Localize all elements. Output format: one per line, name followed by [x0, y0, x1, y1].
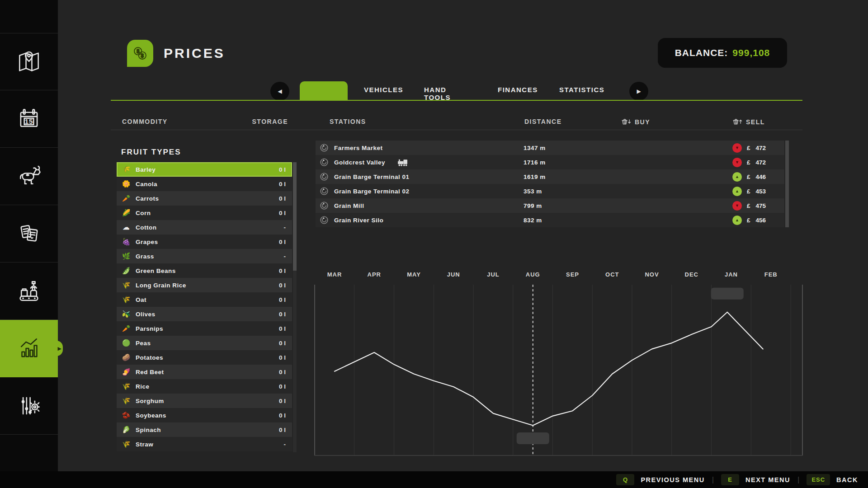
month-label-jun: JUN — [447, 271, 460, 278]
fruit-name: Grass — [136, 253, 284, 260]
fruit-storage-value: 0 l — [279, 383, 286, 390]
shortcut-label: NEXT MENU — [745, 476, 790, 483]
station-sell-price: £ 456 — [747, 217, 766, 224]
fruit-type-row[interactable]: 🟢 Peas 0 l — [117, 336, 292, 350]
fruit-type-row[interactable]: 🥕 Carrots 0 l — [117, 191, 292, 206]
fruit-storage-value: 0 l — [279, 427, 286, 433]
fruit-type-row[interactable]: 🌾 Sorghum 0 l — [117, 394, 292, 408]
key-badge: ESC — [807, 474, 830, 485]
tab-vehicles[interactable]: VEHICLES — [364, 86, 403, 94]
month-label-jan: JAN — [725, 271, 738, 278]
month-label-dec: DEC — [685, 271, 698, 278]
arrow-left-icon: ◀ — [278, 88, 282, 94]
fruit-type-row[interactable]: 🍠 Red Beet 0 l — [117, 365, 292, 379]
currency-symbol: £ — [747, 217, 750, 224]
currency-symbol: £ — [747, 202, 750, 209]
station-sell-price: £ 475 — [747, 202, 766, 209]
station-row[interactable]: Grain Mill 799 m ▼ £ 475 — [316, 198, 784, 213]
tab-hand-tools[interactable]: HAND TOOLS — [424, 86, 451, 101]
station-name: Grain Mill — [334, 202, 364, 209]
shortcut-previous-menu[interactable]: Q PREVIOUS MENU — [616, 474, 704, 485]
fruit-storage-value: 0 l — [279, 354, 286, 361]
station-sell-price: £ 472 — [747, 159, 766, 166]
shortcut-back[interactable]: ESC BACK — [807, 474, 858, 485]
currency-symbol: £ — [747, 145, 750, 151]
fruit-type-row[interactable]: 🌾 Straw - — [117, 437, 292, 451]
fruit-type-row[interactable]: 🍇 Grapes 0 l — [117, 235, 292, 249]
fruit-storage-value: - — [284, 441, 286, 448]
month-label-apr: APR — [368, 271, 381, 278]
fruit-storage-value: 0 l — [279, 267, 286, 274]
active-notch-icon: ▶ — [58, 346, 61, 352]
tab-statistics[interactable]: STATISTICS — [559, 86, 604, 94]
fruit-type-row[interactable]: ☁ Cotton - — [117, 220, 292, 235]
fruit-type-row[interactable]: 🌿 Grass - — [117, 249, 292, 263]
fruit-icon: 🍇 — [120, 238, 132, 246]
fruit-list-scrollbar[interactable] — [293, 162, 297, 452]
fruit-type-row[interactable]: 🫘 Soybeans 0 l — [117, 408, 292, 422]
fruit-type-row[interactable]: 🌾 Oat 0 l — [117, 292, 292, 307]
fruit-icon: 🌼 — [120, 180, 132, 188]
fruit-name: Straw — [136, 441, 284, 448]
station-row[interactable]: Farmers Market 1347 m ▼ £ 472 — [316, 141, 784, 155]
fruit-storage-value: 0 l — [279, 398, 286, 404]
sidebar-item-animals[interactable]: ▶ — [0, 148, 58, 205]
fruit-type-row[interactable]: 🌾 Barley 0 l — [117, 162, 292, 177]
price-chart-svg: MARAPRMAYJUNJULAUGSEPOCTNOVDECJANFEB — [314, 269, 807, 459]
month-label-aug: AUG — [526, 271, 540, 278]
buy-label: BUY — [635, 118, 650, 126]
sidebar-item-calendar[interactable]: 15 ▶ — [0, 90, 58, 148]
sidebar-item-settings[interactable]: ▶ — [0, 377, 58, 435]
fruit-name: Rice — [136, 383, 279, 390]
fruit-type-row[interactable]: 🌾 Long Grain Rice 0 l — [117, 278, 292, 292]
balance-box: BALANCE: 999,108 — [658, 38, 787, 68]
station-row[interactable]: Grain Barge Terminal 01 1619 m ▲ £ 446 — [316, 169, 784, 184]
settings-icon — [15, 392, 43, 420]
sell-price-value: 472 — [756, 159, 766, 166]
sidebar-item-contracts[interactable]: ▶ — [0, 205, 58, 263]
fruit-icon: 🫒 — [120, 310, 132, 318]
fruit-type-row[interactable]: 🥔 Potatoes 0 l — [117, 350, 292, 365]
stations-scrollbar[interactable] — [785, 141, 789, 227]
fruit-type-row[interactable]: 🥬 Spinach 0 l — [117, 422, 292, 437]
fruit-type-row[interactable]: 🫒 Olives 0 l — [117, 307, 292, 321]
tabs-next-button[interactable]: ▶ — [629, 82, 648, 101]
fruit-icon: 🥬 — [120, 426, 132, 434]
fruit-list-scroll-thumb[interactable] — [293, 162, 297, 271]
fruit-type-row[interactable]: 🌽 Corn 0 l — [117, 206, 292, 220]
station-row[interactable]: Grain River Silo 832 m ▲ £ 456 — [316, 213, 784, 227]
trend-down-icon: ▼ — [732, 201, 742, 211]
fruit-name: Canola — [136, 181, 279, 188]
station-name: Goldcrest Valley — [334, 159, 385, 166]
fruit-storage-value: 0 l — [279, 181, 286, 188]
fruit-icon: 🥔 — [120, 353, 132, 361]
fruit-icon: 🌿 — [120, 252, 132, 260]
column-header-stations: STATIONS — [330, 118, 366, 125]
fruit-name: Long Grain Rice — [136, 282, 279, 289]
sidebar: ▶ 15 ▶ ▶ ▶ ▶ ▶ ▶ — [0, 0, 58, 488]
fruit-name: Soybeans — [136, 412, 279, 419]
trend-up-icon: ▲ — [732, 187, 742, 196]
fruit-icon: 🌾 — [120, 165, 132, 174]
station-name: Farmers Market — [334, 145, 383, 151]
visit-station-icon — [319, 157, 329, 167]
sidebar-item-statistics[interactable]: ▶ — [0, 320, 58, 377]
fruit-icon: 🫘 — [120, 411, 132, 419]
fruit-name: Carrots — [136, 195, 279, 202]
tabs-prev-button[interactable]: ◀ — [270, 82, 289, 101]
tab-finances[interactable]: FINANCES — [498, 86, 538, 94]
line-maximum-label-box — [711, 288, 744, 300]
currency-symbol: £ — [747, 159, 750, 166]
sidebar-item-production[interactable]: ▶ — [0, 263, 58, 320]
station-row[interactable]: Goldcrest Valley 1716 m ▼ £ 472 — [316, 155, 784, 169]
shortcut-next-menu[interactable]: E NEXT MENU — [721, 474, 790, 485]
tab-active-prices[interactable] — [300, 81, 348, 101]
station-row[interactable]: Grain Barge Terminal 02 353 m ▲ £ 453 — [316, 184, 784, 198]
fruit-type-row[interactable]: 🌼 Canola 0 l — [117, 177, 292, 191]
fruit-type-row[interactable]: 🌾 Rice 0 l — [117, 379, 292, 394]
fruit-type-row[interactable]: 🫛 Green Beans 0 l — [117, 263, 292, 278]
station-distance: 799 m — [524, 202, 542, 209]
fruit-storage-value: 0 l — [279, 369, 286, 375]
fruit-type-row[interactable]: 🥕 Parsnips 0 l — [117, 321, 292, 336]
sidebar-item-map[interactable]: ▶ — [0, 33, 58, 90]
